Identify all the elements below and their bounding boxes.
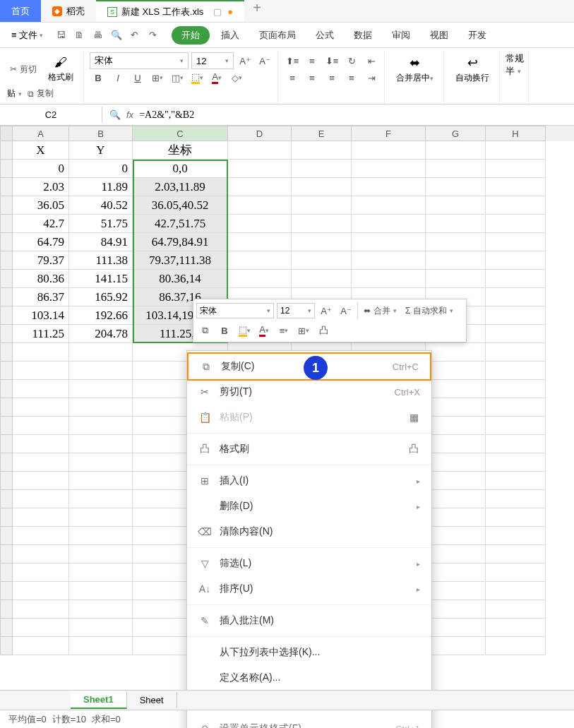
cell-A11[interactable]: 111.25 [13,325,69,343]
cell-H19[interactable] [486,472,546,490]
align-left-icon[interactable]: ≡ [284,69,301,86]
cell-A20[interactable] [13,490,69,508]
cell-A24[interactable] [13,563,69,582]
tab-workbook[interactable]: S 新建 XLS 工作表.xls ▢● [96,0,244,22]
underline-button[interactable]: U [129,69,146,86]
cell-D4[interactable] [228,196,292,215]
cell-B23[interactable] [69,545,133,563]
mini-bold[interactable]: B [216,322,233,339]
cell-A21[interactable] [13,508,69,527]
col-header-H[interactable]: H [486,126,546,141]
cell-B3[interactable]: 11.89 [69,178,133,196]
menu-page-layout[interactable]: 页面布局 [251,26,304,44]
cell-G5[interactable] [426,215,486,233]
cell-B27[interactable] [69,619,133,637]
cell-H22[interactable] [486,527,546,545]
cell-B6[interactable]: 84.91 [69,233,133,251]
save-as-icon[interactable]: 🗎 [73,28,87,42]
mini-border[interactable]: ⊞▾ [295,322,312,339]
formula-input[interactable]: =A2&","&B2 [139,109,567,121]
ctx-filter[interactable]: ▽ 筛选(L) ▸ [187,551,431,576]
ctx-delete[interactable]: 删除(D) ▸ [187,494,431,519]
cell-A2[interactable]: 0 [13,160,69,178]
cell-F6[interactable] [352,233,426,251]
mini-format-painter[interactable]: ⧉ [196,322,213,339]
cell-H3[interactable] [486,178,546,196]
cell-A16[interactable] [13,417,69,435]
cell-B13[interactable] [69,362,133,380]
number-format[interactable]: 常规 [506,52,524,65]
cell-E2[interactable] [292,160,352,178]
ctx-comment[interactable]: ✎ 插入批注(M) [187,608,431,633]
cell-G24[interactable] [426,563,486,582]
align-center-icon[interactable]: ≡ [304,69,321,86]
cell-H10[interactable] [486,306,546,325]
cell-G7[interactable] [426,251,486,270]
ctx-insert[interactable]: ⊞ 插入(I) ▸ [187,468,431,494]
align-middle-icon[interactable]: ≡ [304,52,321,69]
menu-data[interactable]: 数据 [345,26,381,44]
cell-H23[interactable] [486,545,546,563]
increase-font-icon[interactable]: A⁺ [237,52,253,69]
menu-dev[interactable]: 开发 [460,26,495,44]
cell-H2[interactable] [486,160,546,178]
cell-H27[interactable] [486,619,546,637]
cell-G14[interactable] [426,380,486,398]
cell-B22[interactable] [69,527,133,545]
cell-E3[interactable] [292,178,352,196]
save-icon[interactable]: 🖫 [54,28,68,42]
cell-G18[interactable] [426,453,486,472]
menu-view[interactable]: 视图 [421,26,457,44]
cell-A22[interactable] [13,527,69,545]
ctx-clear[interactable]: ⌫ 清除内容(N) [187,519,431,544]
undo-icon[interactable]: ↶ [128,28,142,42]
mini-align[interactable]: ≡▾ [275,322,292,339]
cell-A10[interactable]: 103.14 [13,306,69,325]
cell-B19[interactable] [69,472,133,490]
cell-G26[interactable] [426,600,486,619]
bold-button[interactable]: B [90,69,107,86]
cell-F3[interactable] [352,178,426,196]
cell-A9[interactable]: 86.37 [13,288,69,306]
decrease-font-icon[interactable]: A⁻ [256,52,273,69]
indent-right-icon[interactable]: ⇥ [363,69,380,86]
cell-H4[interactable] [486,196,546,215]
justify-icon[interactable]: ≡ [343,69,360,86]
cell-B16[interactable] [69,417,133,435]
mini-merge-button[interactable]: ⬌合并▾ [361,304,400,318]
cell-G20[interactable] [426,490,486,508]
cell-D1[interactable] [228,141,292,160]
col-header-B[interactable]: B [69,126,133,141]
cell-H26[interactable] [486,600,546,619]
cell-A3[interactable]: 2.03 [13,178,69,196]
mini-fill-color[interactable]: ⬚▾ [236,322,253,339]
cell-G6[interactable] [426,233,486,251]
cell-E4[interactable] [292,196,352,215]
orientation-icon[interactable]: ↻ [343,52,360,69]
cell-A26[interactable] [13,600,69,619]
cell-D5[interactable] [228,215,292,233]
mini-decrease-font[interactable]: A⁻ [337,302,354,319]
cell-E7[interactable] [292,251,352,270]
indent-left-icon[interactable]: ⇤ [363,52,380,69]
cell-B7[interactable]: 111.38 [69,251,133,270]
cell-G1[interactable] [426,141,486,160]
sheet-tab-2[interactable]: Sheet [127,692,177,708]
tab-docer[interactable]: ◆ 稻壳 [41,0,96,22]
cell-E5[interactable] [292,215,352,233]
cell-C4[interactable]: 36.05,40.52 [133,196,228,215]
cell-H12[interactable] [486,343,546,362]
cell-G4[interactable] [426,196,486,215]
print-preview-icon[interactable]: 🔍 [109,28,124,42]
cell-H5[interactable] [486,215,546,233]
cell-D2[interactable] [228,160,292,178]
cell-H24[interactable] [486,563,546,582]
cell-F2[interactable] [352,160,426,178]
file-menu[interactable]: ≡ 文件 ▾ [6,26,49,44]
cell-C1[interactable]: 坐标 [133,141,228,160]
cell-A15[interactable] [13,398,69,417]
col-header-C[interactable]: C [133,126,228,141]
cell-D6[interactable] [228,233,292,251]
cell-G13[interactable] [426,362,486,380]
cell-B4[interactable]: 40.52 [69,196,133,215]
